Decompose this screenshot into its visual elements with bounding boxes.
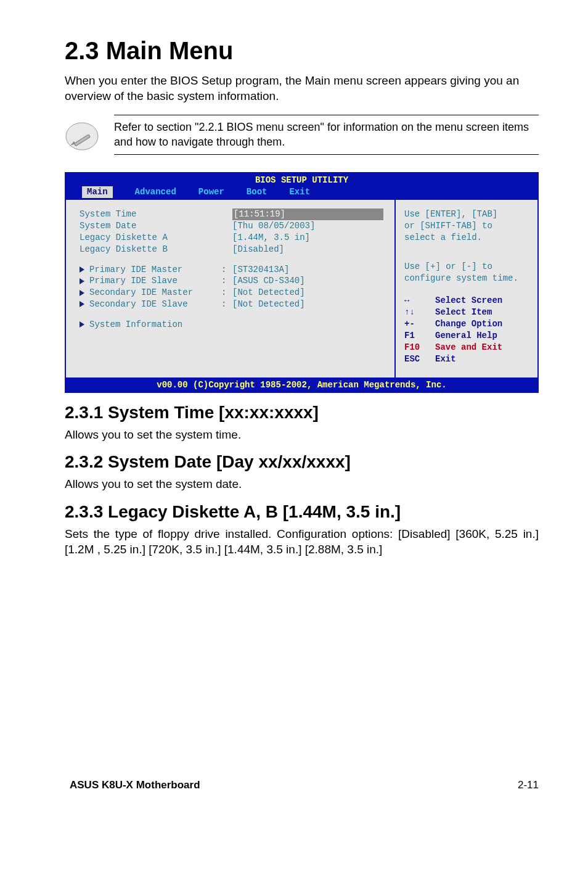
bios-tab-advanced[interactable]: Advanced	[135, 186, 176, 198]
bios-field-label: System Date	[80, 220, 221, 232]
legend-text: Select Screen	[435, 295, 502, 307]
bios-field-value[interactable]: [Thu 08/05/2003]	[232, 220, 383, 232]
bios-field-label: Primary IDE Master	[80, 264, 221, 276]
legend-key: +-	[404, 318, 435, 330]
bios-field-value[interactable]: [11:51:19]	[232, 208, 383, 220]
bios-row-system-time[interactable]: System Time [11:51:19]	[80, 208, 383, 220]
legend-key: ↔	[404, 295, 435, 307]
triangle-icon	[80, 290, 84, 296]
bios-field-colon: :	[221, 299, 232, 310]
legend-text: Change Option	[435, 318, 502, 330]
bios-help-line: configure system time.	[404, 273, 529, 284]
triangle-icon	[80, 266, 84, 273]
bios-field-label: Secondary IDE Master	[80, 287, 221, 299]
legend-row: ↔ Select Screen	[404, 295, 529, 307]
bios-field-value: [ST320413A]	[232, 264, 383, 276]
bios-right-pane: Use [ENTER], [TAB] or [SHIFT-TAB] to sel…	[396, 200, 537, 377]
bios-sub-label: Primary IDE Slave	[89, 276, 178, 286]
triangle-icon	[80, 301, 84, 307]
bios-field-colon: :	[221, 264, 232, 276]
bios-row-secondary-slave[interactable]: Secondary IDE Slave : [Not Detected]	[80, 299, 383, 310]
bios-field-label: System Time	[80, 208, 221, 220]
bios-field-label: Primary IDE Slave	[80, 275, 221, 287]
bios-field-label: Secondary IDE Slave	[80, 299, 221, 310]
page-heading: 2.3 Main Menu	[65, 37, 539, 65]
legend-row: ESC Exit	[404, 353, 529, 365]
bios-field-label: System Information	[80, 319, 221, 331]
legend-text: Save and Exit	[435, 342, 502, 353]
bios-sub-label: Primary IDE Master	[89, 265, 182, 274]
bios-row-primary-slave[interactable]: Primary IDE Slave : [ASUS CD-S340]	[80, 275, 383, 287]
section-heading: 2.3.3 Legacy Diskette A, B [1.44M, 3.5 i…	[65, 502, 539, 522]
bios-left-pane: System Time [11:51:19] System Date [Thu …	[66, 200, 396, 377]
section-body: Sets the type of floppy drive installed.…	[65, 527, 539, 557]
footer-left: ASUS K8U-X Motherboard	[70, 779, 200, 791]
bios-tab-power[interactable]: Power	[198, 186, 224, 198]
bios-field-colon: :	[221, 287, 232, 299]
legend-row: F10 Save and Exit	[404, 342, 529, 353]
bios-field-colon	[221, 208, 232, 220]
svg-point-0	[66, 123, 98, 150]
bios-field-value[interactable]: [Disabled]	[232, 244, 383, 255]
legend-key: F1	[404, 330, 435, 342]
bios-field-colon	[221, 232, 232, 244]
legend-key: ESC	[404, 353, 435, 365]
bios-tab-exit[interactable]: Exit	[289, 186, 310, 198]
bios-screen: BIOS SETUP UTILITY Main Advanced Power B…	[65, 172, 539, 392]
bios-field-colon	[221, 244, 232, 255]
bios-help-line: Use [ENTER], [TAB]	[404, 208, 529, 220]
bios-tab-main[interactable]: Main	[82, 186, 113, 198]
bios-row-primary-master[interactable]: Primary IDE Master : [ST320413A]	[80, 264, 383, 276]
bios-field-colon: :	[221, 275, 232, 287]
legend-text: Exit	[435, 353, 456, 365]
bios-field-label: Legacy Diskette A	[80, 232, 221, 244]
bios-field-value: [ASUS CD-S340]	[232, 275, 383, 287]
intro-paragraph: When you enter the BIOS Setup program, t…	[65, 73, 539, 104]
bios-help-line: or [SHIFT-TAB] to	[404, 220, 529, 232]
bios-menubar: Main Advanced Power Boot Exit	[66, 186, 537, 200]
bios-row-system-date[interactable]: System Date [Thu 08/05/2003]	[80, 220, 383, 232]
bios-row-diskette-a[interactable]: Legacy Diskette A [1.44M, 3.5 in]	[80, 232, 383, 244]
bios-row-system-information[interactable]: System Information	[80, 319, 383, 331]
bios-help-line: select a field.	[404, 232, 529, 244]
legend-row: F1 General Help	[404, 330, 529, 342]
bios-row-diskette-b[interactable]: Legacy Diskette B [Disabled]	[80, 244, 383, 255]
bios-field-value: [Not Detected]	[232, 287, 383, 299]
bios-sub-label: System Information	[89, 320, 182, 329]
footer-right: 2-11	[518, 779, 539, 791]
bios-field-value[interactable]: [1.44M, 3.5 in]	[232, 232, 383, 244]
bios-tab-boot[interactable]: Boot	[247, 186, 267, 198]
section-body: Allows you to set the system time.	[65, 427, 539, 443]
bios-field-label: Legacy Diskette B	[80, 244, 221, 255]
section-heading: 2.3.1 System Time [xx:xx:xxxx]	[65, 403, 539, 423]
bios-title: BIOS SETUP UTILITY	[66, 173, 537, 186]
triangle-icon	[80, 321, 84, 328]
legend-text: Select Item	[435, 307, 492, 318]
legend-key: F10	[404, 342, 435, 353]
bios-help-line: Use [+] or [-] to	[404, 261, 529, 273]
bios-field-value: [Not Detected]	[232, 299, 383, 310]
legend-key: ↑↓	[404, 307, 435, 318]
bios-legend: ↔ Select Screen ↑↓ Select Item +- Change…	[404, 295, 529, 365]
section-body: Allows you to set the system date.	[65, 477, 539, 492]
legend-text: General Help	[435, 330, 497, 342]
bios-footer: v00.00 (C)Copyright 1985-2002, American …	[66, 377, 537, 392]
note-box: Refer to section "2.2.1 BIOS menu screen…	[65, 115, 539, 155]
bios-sub-label: Secondary IDE Slave	[89, 299, 188, 309]
legend-row: ↑↓ Select Item	[404, 307, 529, 318]
bios-field-colon	[221, 220, 232, 232]
note-text: Refer to section "2.2.1 BIOS menu screen…	[114, 115, 539, 155]
bios-sub-label: Secondary IDE Master	[89, 287, 193, 297]
legend-row: +- Change Option	[404, 318, 529, 330]
triangle-icon	[80, 278, 84, 284]
page-footer: ASUS K8U-X Motherboard 2-11	[65, 779, 539, 791]
section-heading: 2.3.2 System Date [Day xx/xx/xxxx]	[65, 452, 539, 472]
bios-row-secondary-master[interactable]: Secondary IDE Master : [Not Detected]	[80, 287, 383, 299]
pencil-note-icon	[65, 118, 99, 152]
